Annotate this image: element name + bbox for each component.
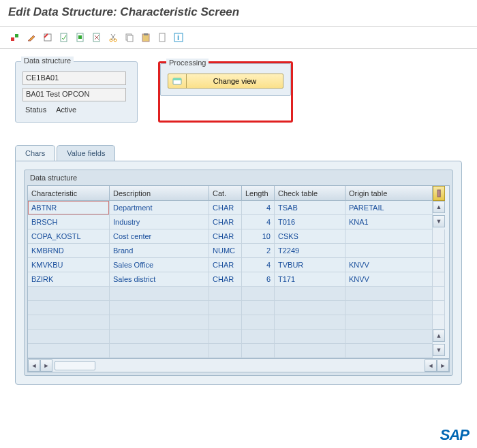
- info-icon[interactable]: i: [172, 31, 185, 44]
- table-cell[interactable]: KMVKBU: [28, 258, 110, 272]
- doc2-icon[interactable]: [74, 31, 87, 44]
- table-cell[interactable]: KNVV: [345, 272, 433, 287]
- table-cell[interactable]: 10: [242, 229, 275, 244]
- col-header[interactable]: Origin table: [345, 186, 433, 201]
- table-cell[interactable]: T2249: [275, 244, 345, 258]
- table-cell: [242, 287, 275, 301]
- scroll-track[interactable]: [433, 272, 445, 287]
- scroll-track[interactable]: [433, 258, 445, 272]
- tab-value-fields[interactable]: Value fields: [57, 145, 115, 161]
- scroll-right2-icon[interactable]: ►: [437, 359, 449, 372]
- table-cell[interactable]: TVBUR: [275, 258, 345, 272]
- table-cell: [209, 330, 242, 344]
- table-config-icon[interactable]: [433, 186, 445, 201]
- table-cell[interactable]: TSAB: [275, 201, 345, 215]
- cut-icon[interactable]: [106, 31, 120, 44]
- table-cell: [209, 287, 242, 301]
- scroll-track[interactable]: [433, 244, 445, 258]
- table-cell[interactable]: CHAR: [209, 215, 242, 229]
- table-cell[interactable]: T016: [275, 215, 345, 229]
- col-header[interactable]: Characteristic: [28, 186, 110, 201]
- horizontal-scrollbar[interactable]: ◄ ► ◄ ►: [28, 358, 449, 372]
- table-cell[interactable]: CHAR: [209, 201, 242, 215]
- table-cell[interactable]: [345, 229, 433, 244]
- scroll-track[interactable]: [55, 361, 95, 370]
- structure-code-field[interactable]: CE1BA01: [22, 71, 126, 85]
- sap-logo: SAP: [440, 426, 469, 444]
- table-cell[interactable]: NUMC: [209, 244, 242, 258]
- table-cell[interactable]: KNA1: [345, 215, 433, 229]
- structure-desc-field[interactable]: BA01 Test OPCON: [22, 88, 126, 101]
- table-cell[interactable]: COPA_KOSTL: [28, 229, 110, 244]
- tab-chars[interactable]: Chars: [15, 145, 55, 161]
- scroll-down2-icon[interactable]: ▼: [433, 344, 445, 356]
- scroll-track[interactable]: [433, 315, 445, 330]
- table-cell[interactable]: KMBRND: [28, 244, 110, 258]
- table-cell[interactable]: 4: [242, 258, 275, 272]
- table-cell[interactable]: Industry: [110, 215, 209, 229]
- change-view-button[interactable]: Change view: [168, 74, 283, 89]
- col-header[interactable]: Check table: [275, 186, 345, 201]
- scroll-right-icon[interactable]: ►: [40, 359, 52, 372]
- table-cell: [209, 315, 242, 330]
- scroll-track[interactable]: [433, 301, 445, 315]
- table-cell[interactable]: BZIRK: [28, 272, 110, 287]
- scroll-left2-icon[interactable]: ◄: [425, 359, 437, 372]
- col-header[interactable]: Description: [110, 186, 209, 201]
- scroll-up2-icon[interactable]: ▲: [433, 330, 445, 342]
- scroll-track[interactable]: [433, 287, 445, 301]
- table-cell: [345, 330, 433, 344]
- table-cell[interactable]: 4: [242, 215, 275, 229]
- status-value: Active: [56, 106, 76, 114]
- paste-icon[interactable]: [139, 31, 153, 44]
- scroll-left-icon[interactable]: ◄: [28, 359, 40, 372]
- table-cell[interactable]: Cost center: [110, 229, 209, 244]
- col-header[interactable]: Length: [242, 186, 275, 201]
- svg-text:i: i: [177, 33, 179, 42]
- scroll-down-icon[interactable]: ▼: [433, 215, 445, 227]
- doc3-icon[interactable]: [90, 31, 104, 44]
- table-cell[interactable]: Brand: [110, 244, 209, 258]
- table-cell[interactable]: BRSCH: [28, 215, 110, 229]
- new-icon[interactable]: [155, 31, 169, 44]
- status-label: Status: [25, 106, 46, 114]
- table-cell[interactable]: [345, 244, 433, 258]
- doc1-icon[interactable]: [57, 31, 71, 44]
- edit-icon[interactable]: [25, 31, 38, 44]
- change-view-label: Change view: [187, 77, 283, 85]
- table-cell[interactable]: T171: [275, 272, 345, 287]
- table-cell: [275, 301, 345, 315]
- table-cell: [209, 344, 242, 358]
- table-cell: [275, 344, 345, 358]
- table-cell: [345, 301, 433, 315]
- table-cell[interactable]: 6: [242, 272, 275, 287]
- activate-icon[interactable]: [41, 31, 55, 44]
- app-toolbar: i: [0, 27, 477, 49]
- table-cell[interactable]: CHAR: [209, 229, 242, 244]
- table-cell[interactable]: PARETAIL: [345, 201, 433, 215]
- table-cell[interactable]: Sales district: [110, 272, 209, 287]
- col-header[interactable]: Cat.: [209, 186, 242, 201]
- svg-rect-3: [61, 33, 67, 42]
- svg-rect-13: [159, 33, 165, 42]
- svg-rect-10: [127, 35, 133, 42]
- table-cell: [345, 287, 433, 301]
- table-cell[interactable]: Sales Office: [110, 258, 209, 272]
- table-cell[interactable]: KNVV: [345, 258, 433, 272]
- toggle-icon[interactable]: [8, 31, 22, 44]
- table-cell[interactable]: CSKS: [275, 229, 345, 244]
- processing-group-highlight: Processing Change view: [158, 61, 293, 123]
- table-cell[interactable]: CHAR: [209, 258, 242, 272]
- scroll-track[interactable]: [433, 229, 445, 244]
- table-cell: [345, 315, 433, 330]
- table-cell[interactable]: CHAR: [209, 272, 242, 287]
- table-cell[interactable]: ABTNR: [28, 201, 110, 215]
- table-cell: [345, 344, 433, 358]
- data-structure-label: Data structure: [21, 57, 74, 65]
- table-cell: [110, 287, 209, 301]
- table-cell[interactable]: 4: [242, 201, 275, 215]
- table-cell[interactable]: 2: [242, 244, 275, 258]
- table-cell[interactable]: Department: [110, 201, 209, 215]
- copy-icon[interactable]: [123, 31, 136, 44]
- scroll-up-icon[interactable]: ▲: [433, 201, 445, 213]
